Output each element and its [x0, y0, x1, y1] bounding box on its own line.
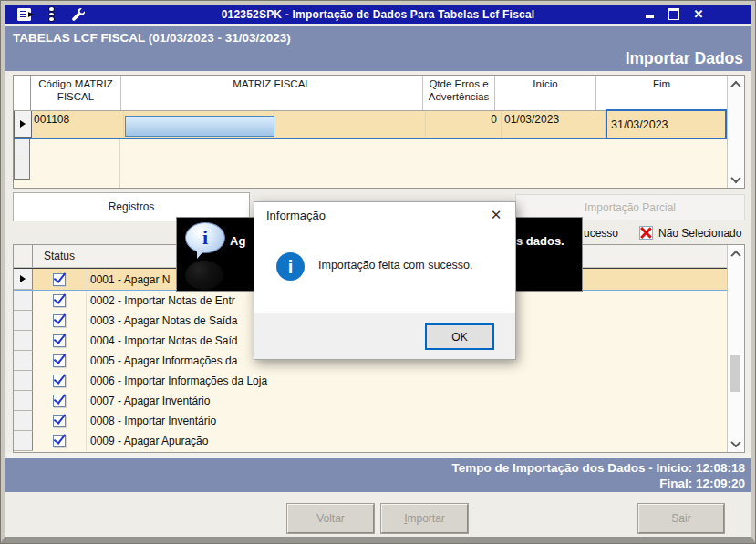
scroll-down-icon[interactable]	[728, 171, 743, 187]
matriz-grid: Código MATRIZ FISCAL MATRIZ FISCAL Qtde …	[13, 75, 745, 189]
grid-empty-area	[14, 139, 728, 188]
tab-importacao-parcial[interactable]: Importação Parcial	[515, 194, 745, 220]
wrench-icon[interactable]	[71, 7, 85, 21]
scroll-up-icon[interactable]	[728, 77, 743, 92]
checked-checkbox-icon[interactable]	[53, 334, 66, 347]
legend-sucesso-label: ucesso	[584, 227, 618, 240]
red-x-icon	[639, 226, 653, 240]
status-line1: Tempo de Importação dos Dados - Inicio: …	[5, 460, 745, 476]
scrollbar-thumb[interactable]	[730, 355, 740, 392]
checked-checkbox-icon[interactable]	[53, 294, 66, 307]
sair-button[interactable]: Sair	[638, 504, 724, 533]
form-icon[interactable]	[17, 8, 31, 21]
matriz-edit-cell[interactable]	[125, 116, 274, 137]
list-item[interactable]: 0006 - Importar Informações da Loja	[14, 371, 728, 391]
legend-nao-selecionado-label: Não Selecionado	[658, 227, 741, 240]
window-title: 012352SPK - Importação de Dados Para Tab…	[5, 8, 751, 21]
minimize-icon	[646, 15, 654, 18]
info-dialog: Informação ✕ i Importação feita com suce…	[254, 201, 516, 360]
cell-qtde: 0	[426, 111, 502, 138]
importar-button[interactable]: Importar	[381, 504, 468, 533]
scroll-down-icon[interactable]	[728, 436, 743, 451]
toast-text-right: s dados.	[516, 234, 564, 248]
dialog-close-button[interactable]: ✕	[488, 207, 504, 223]
page-title: TABELAS LCF FISCAL (01/03/2023 - 31/03/2…	[13, 31, 291, 45]
grid-marker-header	[14, 76, 31, 110]
info-balloon-icon: i	[185, 222, 225, 253]
titlebar: 012352SPK - Importação de Dados Para Tab…	[5, 5, 751, 24]
checklist-scrollbar[interactable]	[727, 245, 744, 452]
status-column-header: Status	[33, 250, 86, 262]
col-fim: Fim	[596, 76, 728, 110]
list-item[interactable]: 0009 - Apagar Apuração	[14, 431, 728, 451]
checked-checkbox-icon[interactable]	[53, 354, 66, 367]
list-item[interactable]: 0007 - Apagar Inventário	[14, 391, 728, 411]
checked-checkbox-icon[interactable]	[53, 415, 66, 427]
status-bar: Tempo de Importação dos Dados - Inicio: …	[5, 458, 751, 492]
row-marker-cell	[14, 269, 33, 290]
checked-checkbox-icon[interactable]	[53, 435, 66, 447]
scroll-up-icon[interactable]	[728, 246, 743, 262]
row-marker-icon	[20, 120, 26, 128]
grid-scrollbar[interactable]	[727, 76, 744, 188]
grid-row[interactable]: 001108 0 01/03/2023 31/03/2023	[14, 111, 728, 139]
maximize-icon	[668, 8, 679, 20]
maximize-button[interactable]	[668, 8, 680, 21]
col-matriz-fiscal: MATRIZ FISCAL	[121, 76, 423, 110]
info-circle-icon: i	[276, 252, 305, 281]
checked-checkbox-icon[interactable]	[53, 314, 66, 327]
checked-checkbox-icon[interactable]	[53, 375, 66, 387]
ok-button[interactable]: OK	[425, 323, 494, 350]
dialog-message: Importação feita com sucesso.	[318, 259, 473, 272]
dialog-title: Informação	[266, 209, 326, 222]
cell-fim-wrap: 31/03/2023	[606, 111, 728, 138]
col-qtde-erros: Qtde Erros e Advertências	[423, 76, 495, 110]
checked-checkbox-icon[interactable]	[53, 395, 66, 407]
app-window: 012352SPK - Importação de Dados Para Tab…	[0, 0, 756, 544]
cell-codigo: 001108	[32, 111, 124, 138]
header-band: TABELAS LCF FISCAL (01/03/2023 - 31/03/2…	[5, 26, 751, 71]
checked-checkbox-icon[interactable]	[53, 273, 66, 286]
minimize-button[interactable]	[643, 8, 656, 21]
status-line2: Final: 12:09:20	[5, 476, 745, 491]
row-marker-cell	[14, 111, 32, 138]
action-title: Importar Dados	[626, 49, 743, 68]
close-button[interactable]: ✕	[692, 8, 705, 21]
cell-matriz	[124, 111, 426, 138]
cell-inicio: 01/03/2023	[502, 111, 606, 138]
voltar-button[interactable]: Voltar	[287, 504, 374, 533]
grid-header-row: Código MATRIZ FISCAL MATRIZ FISCAL Qtde …	[14, 76, 728, 111]
list-item[interactable]: 0008 - Importar Inventário	[14, 411, 728, 431]
col-inicio: Início	[495, 76, 596, 110]
col-codigo-matriz: Código MATRIZ FISCAL	[31, 76, 121, 110]
cell-fim[interactable]: 31/03/2023	[606, 109, 727, 139]
row-marker-icon	[20, 275, 26, 282]
traffic-light-icon[interactable]	[47, 6, 56, 22]
toast-text-left: Ag	[230, 234, 245, 248]
